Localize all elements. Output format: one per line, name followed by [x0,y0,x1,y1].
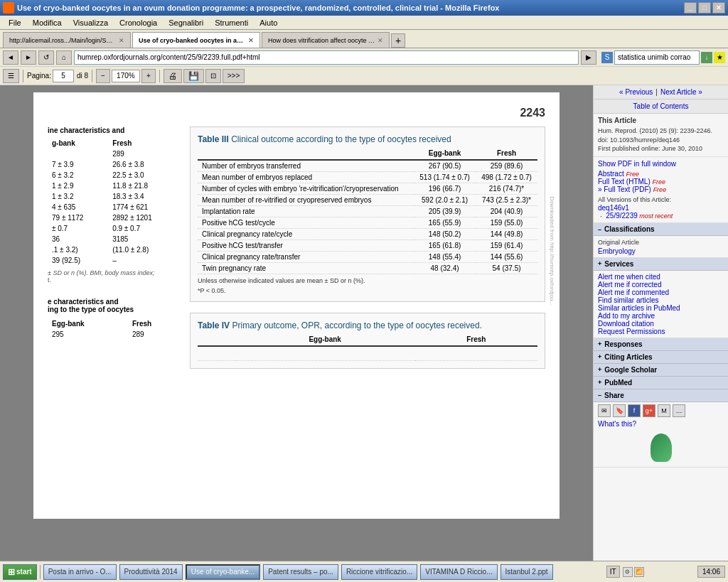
search-input[interactable] [614,50,700,65]
taskbar-item-vitamina[interactable]: VITAMINA D Riccio... [420,564,497,580]
system-tray: ⊙ 📶 [623,567,644,577]
menu-file[interactable]: File [3,18,27,28]
title-bar: Use of cryo-banked oocytes in an ovum do… [0,0,728,16]
table3-data: Egg-bank Fresh Number of embryos transfe… [198,147,537,274]
find-similar-link[interactable]: Find similar articles [598,296,724,304]
bookmark-share-icon[interactable]: 🔖 [613,404,626,417]
more-tools-button[interactable]: >>> [223,69,245,83]
table3-container: Table III Clinical outcome according to … [190,126,545,302]
menu-segnalibri[interactable]: Segnalibri [163,18,209,28]
minimize-button[interactable]: _ [684,2,697,14]
services-content: Alert me when cited Alert me if correcte… [594,271,728,338]
menu-strumenti[interactable]: Strumenti [209,18,254,28]
download-button[interactable]: ↓ [701,52,712,63]
similar-pubmed-link[interactable]: Similar articles in PubMed [598,304,724,312]
version2-link[interactable]: 25/9/2239 [606,212,638,220]
whats-this-link[interactable]: What's this? [598,420,724,428]
left-section2: e characteristics and ing to the type of… [48,298,183,340]
add-archive-link[interactable]: Add to my archive [598,312,724,320]
tab-close-cryo[interactable]: ✕ [248,37,254,44]
table4-title: Table IV Primary outcome, OPR, according… [198,320,537,330]
mendeley-share-icon[interactable]: M [658,404,670,417]
table-row: Clinical pregnancy rate/transfer148 (55.… [198,252,537,263]
full-text-pdf-link[interactable]: » Full Text (PDF) Free [598,185,666,193]
alert-corrected-link[interactable]: Alert me if corrected [598,281,724,289]
taskbar-item-cryo[interactable]: Use of cryo-banke... [186,564,260,580]
taskbar-item-istanbul[interactable]: Istanbul 2.ppt [500,564,553,580]
page-input[interactable] [53,70,74,82]
tab-sso[interactable]: http://alicemail.ross.../Main/login/SSOL… [3,32,131,48]
tab-close-sso[interactable]: ✕ [119,37,124,44]
tab-close-vitri[interactable]: ✕ [378,37,383,44]
zoom-out-button[interactable]: − [96,69,110,83]
zoom-in-button[interactable]: + [141,69,156,83]
page-total: di 8 [77,72,88,80]
print-button[interactable]: 🖨 [164,69,182,83]
star-button[interactable]: ★ [714,52,725,63]
full-text-html-link[interactable]: Full Text (HTML) Free [598,178,665,185]
share-header[interactable]: – Share [594,389,728,402]
left-title1: ine characteristics and [48,126,183,134]
toggle-sidebar-button[interactable]: ☰ [3,69,19,83]
request-permissions-link[interactable]: Request Permissions [598,328,724,335]
menu-cronologia[interactable]: Cronologia [114,18,163,28]
download-citation-link[interactable]: Download citation [598,320,724,328]
menu-visualizza[interactable]: Visualizza [68,18,114,28]
prev-article-link[interactable]: « Previous [619,88,653,96]
published-date: First published online: June 30, 2010 [598,144,724,153]
tab-vitrification[interactable]: How does vitrification affect oocyte via… [262,32,390,48]
address-input[interactable] [74,50,579,65]
save-button[interactable]: 💾 [183,69,204,83]
refresh-button[interactable]: ↺ [38,50,54,65]
table3-title: Table III Clinical outcome according to … [198,134,537,144]
taskbar-item-riccione[interactable]: Riccione vitrificazio... [341,564,417,580]
go-button[interactable]: ▶ [581,50,596,65]
next-article-link[interactable]: Next Article » [660,88,702,96]
this-article-header: This Article [598,117,724,124]
taskbar-item-patent[interactable]: Patent results – po... [263,564,338,580]
fit-button[interactable]: ⊡ [205,69,221,83]
citing-articles-header[interactable]: + Citing Articles [594,351,728,364]
window-controls[interactable]: _ □ ✕ [684,2,725,14]
tab-cryo-banked[interactable]: Use of cryo-banked oocytes in an ovum ..… [132,32,260,48]
taskbar-item-posta[interactable]: Posta in arrivo - O... [43,564,117,580]
more-share-icon[interactable]: … [673,404,685,417]
forward-button[interactable]: ► [21,50,36,65]
pdf-area[interactable]: 2243 ine characteristics and g-bankFresh… [0,85,593,561]
maximize-button[interactable]: □ [698,2,711,14]
responses-header[interactable]: + Responses [594,338,728,351]
version1-link[interactable]: deq146v1 [598,204,724,212]
search-engine-icon: S [601,52,613,63]
start-button[interactable]: ⊞ start [3,564,37,580]
email-share-icon[interactable]: ✉ [598,404,611,417]
show-pdf-link[interactable]: Show PDF in full window [598,160,724,168]
responses-label: Responses [604,340,642,348]
right-column: Table III Clinical outcome according to … [190,126,545,379]
home-button[interactable]: ⌂ [56,50,72,65]
facebook-share-icon[interactable]: f [628,404,641,417]
language-display: IT [606,566,620,578]
google-plus-share-icon[interactable]: g+ [643,404,655,417]
back-button[interactable]: ◄ [3,50,18,65]
embryology-link[interactable]: Embryology [598,247,724,255]
pubmed-header[interactable]: + PubMed [594,377,728,389]
new-tab-button[interactable]: + [391,33,405,48]
services-header[interactable]: + Services [594,258,728,271]
abstract-link[interactable]: Abstract Free [598,170,639,178]
toc-link[interactable]: Table of Contents [633,102,689,110]
menu-aiuto[interactable]: Aiuto [254,18,283,28]
table-row: Mean number of embryos replaced513 (1.74… [198,172,537,183]
table-row: Mean number of re-vitrified or cryoprese… [198,195,537,206]
pdf-toolbar: ☰ Pagina: di 8 − + 🖨 💾 ⊡ >>> [0,67,728,85]
taskbar-item-produttivita[interactable]: Produttività 2014 [119,564,183,580]
zoom-input[interactable] [112,70,140,82]
sidebar: « Previous | Next Article » Table of Con… [593,85,728,561]
close-button[interactable]: ✕ [712,2,725,14]
google-scholar-header[interactable]: + Google Scholar [594,364,728,377]
menu-modifica[interactable]: Modifica [27,18,68,28]
doi: doi: 10.1093/humrep/deq146 [598,136,724,145]
alert-commented-link[interactable]: Alert me if commented [598,289,724,296]
alert-cited-link[interactable]: Alert me when cited [598,273,724,281]
left-title2: e characteristics and [48,298,183,306]
classifications-header[interactable]: – Classifications [594,223,728,236]
